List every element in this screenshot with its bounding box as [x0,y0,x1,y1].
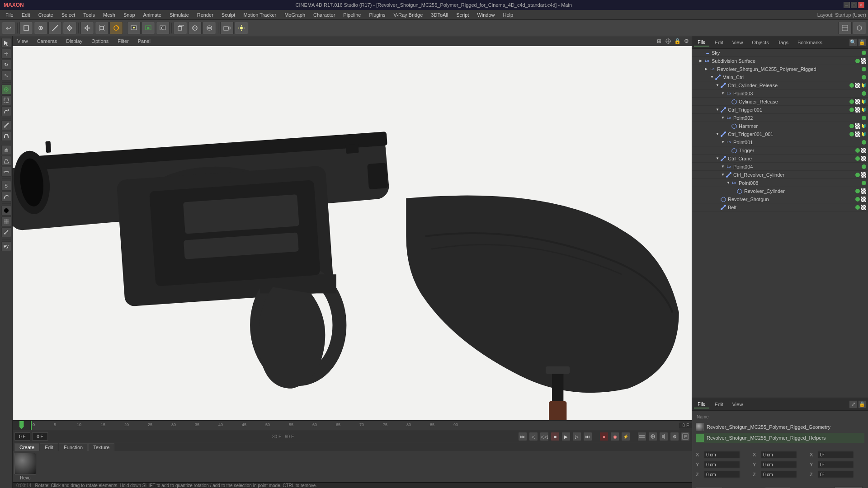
tool-rotate-left[interactable]: ↻ [1,60,11,70]
vp-maximize-icon[interactable]: ⊞ [656,38,663,45]
pb-go-end[interactable]: ⏭ [583,432,592,441]
x-scale-field[interactable] [818,451,854,458]
tree-ctrl-cyl-release[interactable]: ▼ Ctrl_Cylinder_Release 🔰 [692,81,868,89]
tree-point004[interactable]: ▼ Lo Point004 [692,163,868,171]
pb-prev-frame[interactable]: ◁ [529,432,538,441]
tree-revolver[interactable]: ▶ Lo Revolver_Shotgun_MC255_Polymer_Rigg… [692,65,868,73]
menu-snap[interactable]: Snap [120,11,139,19]
tree-belt[interactable]: Belt [692,203,868,211]
v-dot[interactable] [849,99,854,104]
tree-point008[interactable]: ▼ Lo Point008 [692,179,868,187]
attr-tab-view[interactable]: View [729,401,747,408]
vp-options[interactable]: Options [89,38,111,45]
menu-3dtoall[interactable]: 3DToAll [427,11,452,19]
tool-magnet[interactable] [1,131,11,141]
vp-panel[interactable]: Panel [135,38,153,45]
create-light[interactable] [235,22,248,34]
vp-filter[interactable]: Filter [115,38,131,45]
undo-button[interactable]: ↩ [2,22,15,34]
tool-bevel[interactable] [1,156,11,166]
pb-sound[interactable] [659,432,668,441]
tree-cyl-release-obj[interactable]: Cylinder_Release 🔰 [692,98,868,106]
maximize-button[interactable]: □ [851,2,857,8]
menu-motion-tracker[interactable]: Motion Tracker [240,11,280,19]
toolbar-right-2[interactable] [853,22,866,34]
menu-character[interactable]: Character [310,11,339,19]
tool-scale[interactable] [95,22,108,34]
vp-settings-icon[interactable]: ⚙ [683,38,690,45]
pb-record-keyframe[interactable]: ◉ [610,432,619,441]
tool-spline[interactable]: $ [1,181,11,191]
tree-point001[interactable]: ▼ Lo Point001 [692,138,868,146]
menu-sculpt[interactable]: Sculpt [218,11,239,19]
pb-stop[interactable]: ■ [551,432,560,441]
tree-point002[interactable]: ▼ Lo Point002 [692,114,868,122]
menu-file[interactable]: File [2,11,17,19]
vp-display[interactable]: Display [63,38,85,45]
scene-tab-bookmarks[interactable]: Bookmarks [794,39,826,46]
create-cube[interactable] [174,22,187,34]
start-frame-field[interactable]: 0 F [14,432,30,441]
tree-main-ctrl[interactable]: ▼ Main_Ctrl [692,73,868,81]
pb-layer[interactable] [637,432,646,441]
y-scale-field[interactable] [818,461,854,468]
tree-point003[interactable]: ▼ Lo Point003 [692,89,868,98]
create-cylinder[interactable] [203,22,216,34]
v-dot[interactable] [849,108,854,112]
attr-tab-edit[interactable]: Edit [711,401,727,408]
y-pos-field[interactable] [704,461,740,468]
v-dot[interactable] [855,205,860,210]
mat-row-1[interactable]: Revolver_Shotgun_MC255_Polymer_Rigged_Ge… [696,422,864,432]
tree-ctrl-rev-cyl[interactable]: ▼ Ctrl_Revolver_Cylinder [692,171,868,179]
tool-texture[interactable] [1,216,11,226]
create-sphere[interactable] [188,22,202,34]
close-button[interactable]: ✕ [858,2,864,8]
tree-hammer[interactable]: Hammer 🔰 [692,122,868,130]
tool-select[interactable] [1,38,11,48]
menu-tools[interactable]: Tools [80,11,99,19]
render-active-view[interactable] [142,22,155,34]
visibility-dot[interactable] [862,75,866,80]
pb-options[interactable]: ⚙ [670,432,679,441]
tool-knife[interactable] [1,120,11,130]
tab-edit[interactable]: Edit [40,443,58,451]
tool-box-select[interactable] [1,95,11,105]
render-settings[interactable] [156,22,170,34]
tool-material[interactable] [1,206,11,216]
mode-object[interactable] [19,22,33,34]
tool-move-left[interactable]: ✛ [1,49,11,59]
menu-mesh[interactable]: Mesh [99,11,119,19]
menu-simulate[interactable]: Simulate [166,11,193,19]
scene-tab-objects[interactable]: Objects [748,39,772,46]
create-camera[interactable] [220,22,234,34]
tab-texture[interactable]: Texture [88,443,114,451]
tool-scale-left[interactable]: ⤡ [1,70,11,80]
attr-expand[interactable]: ⤢ [849,400,857,408]
scene-tab-file[interactable]: File [694,38,709,47]
v-dot[interactable] [862,91,866,96]
menu-select[interactable]: Select [58,11,79,19]
pb-go-start[interactable]: ⏮ [518,432,527,441]
tree-ctrl-crane[interactable]: ▼ Ctrl_Crane [692,155,868,163]
toolbar-right-1[interactable] [838,22,852,34]
menu-render[interactable]: Render [193,11,217,19]
tree-rev-cyl-obj[interactable]: Revolver_Cylinder [692,187,868,195]
visibility-dot[interactable] [855,59,860,63]
v-dot[interactable] [855,156,860,161]
scene-tab-edit[interactable]: Edit [711,39,727,46]
v-dot[interactable] [849,83,854,88]
vp-view[interactable]: View [14,38,31,45]
menu-help[interactable]: Help [500,11,517,19]
v-dot[interactable] [849,124,854,128]
menu-pipeline[interactable]: Pipeline [340,11,364,19]
tool-paint[interactable] [1,227,11,237]
v-dot[interactable] [855,197,860,202]
pb-autokey[interactable]: ⚡ [621,432,630,441]
mode-points[interactable] [34,22,47,34]
vp-3d-icon[interactable] [665,38,672,45]
v-dot[interactable] [855,148,860,153]
scene-lock[interactable]: 🔒 [858,38,866,47]
tab-create[interactable]: Create [14,443,39,451]
z-rot-field[interactable] [761,471,797,478]
tab-function[interactable]: Function [59,443,88,451]
